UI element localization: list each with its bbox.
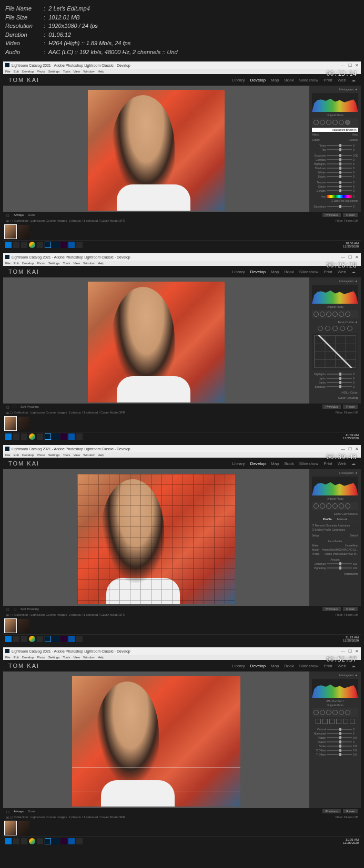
cloud-icon[interactable]: ☁ (351, 78, 356, 82)
menu-view[interactable]: View (73, 262, 80, 265)
gradient-tool-icon[interactable] (332, 120, 338, 125)
module-map[interactable]: Map (271, 270, 279, 274)
thumbnail-2[interactable] (18, 417, 29, 430)
module-web[interactable]: Web (338, 664, 346, 668)
system-clock[interactable]: 11:36 AM11/25/2020 (343, 838, 359, 844)
upright-level-icon[interactable] (336, 719, 341, 724)
redeye-tool-icon[interactable] (326, 120, 331, 125)
menu-tools[interactable]: Tools (63, 656, 70, 659)
crop-tool-icon[interactable] (314, 710, 319, 715)
max-icon[interactable]: ☐ (348, 63, 352, 68)
slider-vignetting[interactable] (327, 567, 352, 569)
menu-window[interactable]: Window (83, 70, 94, 73)
spot-tool-icon[interactable] (320, 312, 325, 317)
menu-window[interactable]: Window (83, 262, 94, 265)
photo-preview[interactable] (72, 676, 240, 807)
menu-develop[interactable]: Develop (22, 70, 34, 73)
module-print[interactable]: Print (323, 78, 332, 82)
menu-edit[interactable]: Edit (14, 453, 19, 457)
module-web[interactable]: Web (338, 461, 346, 466)
thumbnail-1[interactable] (5, 417, 16, 430)
slider-horizontal[interactable] (327, 733, 352, 734)
histogram-chart[interactable] (312, 285, 358, 304)
thumbnail-2[interactable] (18, 821, 29, 835)
module-library[interactable]: Library (232, 461, 245, 466)
slider-temp[interactable] (327, 145, 352, 146)
view-mode-icon[interactable]: ▢ (6, 405, 9, 409)
menu-view[interactable]: View (73, 453, 80, 457)
softproof-check[interactable]: ☐ (14, 607, 16, 611)
gradient-tool-icon[interactable] (332, 503, 338, 509)
taskview-icon[interactable] (21, 433, 27, 440)
slider-tc-shadows[interactable] (327, 386, 352, 387)
menu-develop[interactable]: Develop (22, 453, 34, 457)
taskview-icon[interactable] (21, 636, 27, 642)
profile-dropdown[interactable]: Adobe (Hasselblad HCD M... (325, 552, 358, 555)
lightroom-icon[interactable] (45, 242, 51, 248)
image-canvas[interactable] (3, 277, 309, 404)
close-icon[interactable]: ✕ (355, 447, 359, 451)
module-print[interactable]: Print (323, 461, 332, 466)
slider-tc-lights[interactable] (327, 378, 352, 379)
close-icon[interactable]: ✕ (355, 255, 359, 260)
upright-vertical-icon[interactable] (343, 719, 348, 724)
menu-edit[interactable]: Edit (14, 262, 19, 265)
slider-tint[interactable] (327, 149, 352, 150)
module-book[interactable]: Book (285, 78, 294, 82)
reset-button[interactable]: Reset (343, 809, 358, 813)
module-book[interactable]: Book (285, 461, 294, 466)
histogram-header[interactable]: Histogram ◄ (310, 673, 360, 678)
slider-clarity[interactable] (327, 186, 352, 187)
transform-header[interactable]: Transform (310, 571, 360, 576)
premiere-icon[interactable] (60, 242, 67, 248)
system-clock[interactable]: 11:22 AM11/25/2020 (343, 636, 359, 642)
histogram-header[interactable]: Histogram ◄ (310, 470, 360, 476)
image-canvas[interactable] (3, 671, 309, 808)
slider-highlights[interactable] (327, 163, 352, 164)
menu-edit[interactable]: Edit (14, 656, 19, 659)
menu-edit[interactable]: Edit (14, 70, 19, 73)
photo-preview[interactable] (77, 474, 235, 604)
tone-curve-header[interactable]: Tone Curve ◄ (310, 319, 360, 325)
identity-plate[interactable]: TOM KAI (8, 268, 39, 275)
slider-yoffset[interactable] (327, 754, 352, 755)
module-slideshow[interactable]: Slideshow (299, 78, 318, 82)
spot-tool-icon[interactable] (320, 120, 325, 125)
view-mode-icon[interactable]: ▢ (6, 607, 9, 611)
module-web[interactable]: Web (338, 78, 346, 82)
module-map[interactable]: Map (271, 461, 279, 466)
color-grading-header[interactable]: Color Grading (310, 395, 360, 400)
filters-off[interactable]: Filters Off (344, 219, 358, 222)
thumbnail-2[interactable] (18, 619, 29, 633)
module-develop[interactable]: Develop (250, 78, 266, 82)
slider-vertical[interactable] (327, 729, 352, 730)
menu-settings[interactable]: Settings (48, 70, 60, 73)
grid-icon[interactable]: ⊞ (6, 613, 9, 617)
histogram-chart[interactable] (312, 93, 358, 112)
tone-curve-chart[interactable] (312, 333, 358, 370)
chrome-icon[interactable] (29, 838, 35, 844)
mask-new[interactable]: New (352, 133, 358, 136)
identity-plate[interactable]: TOM KAI (8, 460, 39, 467)
brush-tool-icon[interactable] (345, 312, 350, 317)
module-map[interactable]: Map (271, 664, 279, 668)
search-icon[interactable] (13, 433, 19, 440)
max-icon[interactable]: ☐ (348, 447, 352, 451)
guide-line-2[interactable] (72, 791, 240, 791)
model-dropdown[interactable]: Hasselblad HCD MACRO 12... (322, 548, 358, 551)
app-icon[interactable] (68, 242, 75, 248)
menu-window[interactable]: Window (83, 656, 94, 659)
module-slideshow[interactable]: Slideshow (299, 461, 318, 466)
max-icon[interactable]: ☐ (348, 649, 352, 654)
slider-whites[interactable] (327, 172, 352, 173)
menu-file[interactable]: File (5, 453, 11, 457)
taskview-icon[interactable] (21, 242, 27, 248)
thumbnail-1[interactable] (5, 821, 16, 835)
curve-point-icon[interactable] (325, 326, 330, 331)
previous-button[interactable]: Previous (322, 405, 341, 409)
module-print[interactable]: Print (323, 270, 332, 274)
search-icon[interactable] (13, 242, 19, 248)
lightroom-icon[interactable] (45, 838, 51, 844)
module-develop[interactable]: Develop (250, 270, 266, 274)
menu-photo[interactable]: Photo (37, 453, 45, 457)
